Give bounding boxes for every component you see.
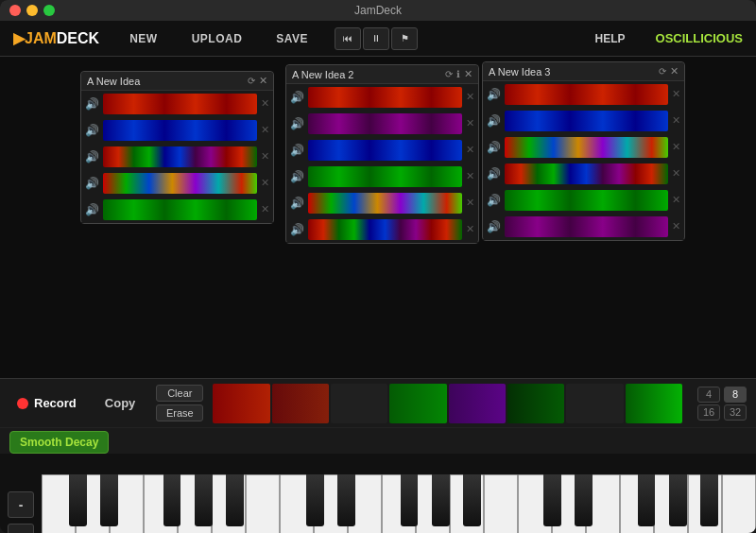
key-Ds6[interactable] — [575, 474, 593, 526]
pattern-block-4[interactable] — [389, 384, 446, 423]
p3-track1-vol[interactable]: 🔊 — [487, 88, 501, 101]
bar-32[interactable]: 32 — [724, 404, 747, 421]
key-Cs4[interactable] — [69, 474, 87, 526]
key-Gs5[interactable] — [432, 474, 450, 526]
rewind-button[interactable]: ⏮ — [335, 27, 361, 50]
key-As4[interactable] — [226, 474, 244, 526]
pattern-block-7[interactable] — [566, 384, 623, 423]
p2-track3-waveform — [308, 140, 462, 161]
maximize-window-button[interactable] — [43, 5, 55, 16]
bar-16[interactable]: 16 — [697, 404, 720, 421]
key-Fs4[interactable] — [163, 474, 181, 526]
minimize-window-button[interactable] — [26, 5, 38, 16]
track1-vol-icon[interactable]: 🔊 — [85, 97, 99, 111]
pause-button[interactable]: ⏸ — [363, 27, 389, 50]
key-Cs5[interactable] — [306, 474, 324, 526]
pattern-block-8[interactable] — [626, 384, 682, 423]
p2-track4-vol[interactable]: 🔊 — [290, 170, 304, 183]
key-B5[interactable] — [484, 474, 518, 533]
p2-track4-close[interactable]: ✕ — [466, 170, 474, 182]
panel1-close-icon[interactable]: ✕ — [259, 75, 267, 87]
pattern-block-2[interactable] — [272, 384, 329, 423]
copy-button[interactable]: Copy — [94, 392, 147, 414]
help-button[interactable]: HELP — [578, 21, 643, 56]
panel3-close-icon[interactable]: ✕ — [670, 65, 679, 77]
panel2-close-icon[interactable]: ✕ — [464, 68, 472, 80]
p2-track5-waveform — [308, 193, 462, 214]
key-Ds4[interactable] — [100, 474, 118, 526]
track2-vol-icon[interactable]: 🔊 — [85, 124, 99, 137]
p2-track5-close[interactable]: ✕ — [466, 197, 474, 209]
p3-track5-close[interactable]: ✕ — [672, 194, 680, 206]
panel2-track-3: 🔊 ✕ — [286, 137, 478, 163]
track3-close-icon[interactable]: ✕ — [261, 150, 269, 163]
track4-vol-icon[interactable]: 🔊 — [85, 177, 99, 190]
pattern-block-3[interactable] — [331, 384, 387, 423]
p2-track6-close[interactable]: ✕ — [466, 223, 474, 235]
track2-close-icon[interactable]: ✕ — [261, 124, 269, 136]
save-button[interactable]: SAVE — [259, 21, 325, 56]
clear-button[interactable]: Clear — [156, 385, 203, 402]
p3-track4-vol[interactable]: 🔊 — [487, 167, 501, 181]
pattern-block-1[interactable] — [213, 384, 269, 423]
track5-vol-icon[interactable]: 🔊 — [85, 203, 99, 216]
track5-close-icon[interactable]: ✕ — [261, 203, 269, 215]
bar-8[interactable]: 8 — [724, 387, 747, 403]
key-Fs5[interactable] — [401, 474, 419, 526]
key-Gs6[interactable] — [669, 474, 687, 526]
p2-track2-close[interactable]: ✕ — [466, 117, 474, 129]
p3-track1-close[interactable]: ✕ — [672, 88, 680, 100]
p3-track2-close[interactable]: ✕ — [672, 114, 680, 127]
logo: ▶ JAM DECK — [0, 29, 112, 47]
panel2-header: A New Idea 2 ⟳ ℹ ✕ — [286, 65, 478, 84]
pattern-block-6[interactable] — [507, 384, 564, 423]
p3-track4-close[interactable]: ✕ — [672, 167, 680, 180]
upload-button[interactable]: UPLOAD — [175, 21, 260, 56]
p2-track3-vol[interactable]: 🔊 — [290, 144, 304, 157]
p3-track2-vol[interactable]: 🔊 — [487, 114, 501, 128]
panel2-loop-icon[interactable]: ⟳ — [445, 69, 453, 79]
octave-minus-button[interactable]: - — [8, 491, 34, 518]
octave-plus-button[interactable]: + — [8, 524, 34, 533]
track4-waveform — [103, 173, 257, 194]
p2-track1-waveform — [308, 87, 462, 108]
p2-track2-vol[interactable]: 🔊 — [290, 117, 304, 130]
close-window-button[interactable] — [9, 5, 21, 16]
pattern-block-5[interactable] — [449, 384, 506, 423]
transport-controls: ⏮ ⏸ ⚑ — [325, 27, 427, 50]
p2-track1-close[interactable]: ✕ — [466, 91, 474, 103]
record-button[interactable]: Record — [9, 392, 84, 414]
track4-close-icon[interactable]: ✕ — [261, 177, 269, 189]
smooth-decay-button[interactable]: Smooth Decay — [9, 431, 109, 454]
p2-track6-waveform — [308, 219, 462, 240]
alert-button[interactable]: ⚑ — [391, 27, 418, 50]
p2-track6-vol[interactable]: 🔊 — [290, 223, 304, 236]
erase-button[interactable]: Erase — [156, 404, 203, 421]
key-B4[interactable] — [246, 474, 280, 533]
panel2-track-2: 🔊 ✕ — [286, 111, 478, 137]
p3-track5-vol[interactable]: 🔊 — [487, 194, 501, 207]
panel1-loop-icon[interactable]: ⟳ — [248, 76, 255, 86]
key-As6[interactable] — [700, 474, 718, 526]
bar-4[interactable]: 4 — [697, 387, 720, 403]
key-Fs6[interactable] — [638, 474, 656, 526]
key-Cs6[interactable] — [543, 474, 561, 526]
p3-track3-vol[interactable]: 🔊 — [487, 141, 501, 154]
track3-vol-icon[interactable]: 🔊 — [85, 150, 99, 163]
p2-track5-vol[interactable]: 🔊 — [290, 197, 304, 210]
p3-track6-close[interactable]: ✕ — [672, 220, 680, 232]
p2-track1-vol[interactable]: 🔊 — [290, 91, 304, 104]
key-Gs4[interactable] — [195, 474, 213, 526]
key-Ds5[interactable] — [337, 474, 355, 526]
p3-track6-vol[interactable]: 🔊 — [487, 220, 501, 233]
new-button[interactable]: NEW — [112, 21, 175, 56]
key-B6[interactable] — [722, 474, 756, 533]
panel3-loop-icon[interactable]: ⟳ — [659, 66, 666, 77]
logo-icon: ▶ — [13, 29, 25, 47]
panel2-info-icon[interactable]: ℹ — [456, 69, 460, 79]
p2-track3-close[interactable]: ✕ — [466, 144, 474, 156]
track1-close-icon[interactable]: ✕ — [261, 97, 269, 110]
key-As5[interactable] — [463, 474, 481, 526]
p3-track3-close[interactable]: ✕ — [672, 141, 680, 153]
panel3-track-5: 🔊 ✕ — [483, 187, 684, 214]
